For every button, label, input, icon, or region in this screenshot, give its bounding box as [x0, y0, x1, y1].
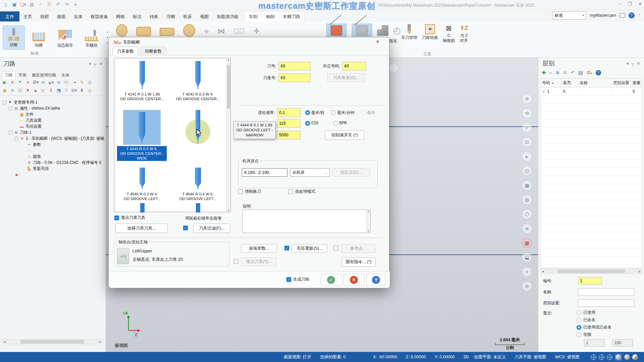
- collapse-icon[interactable]: −: [3, 101, 6, 104]
- tab-solids[interactable]: 实体: [70, 11, 87, 21]
- force-tool-change-checkbox[interactable]: 强制换刀: [238, 189, 261, 194]
- collapse-icon[interactable]: −: [9, 131, 12, 134]
- scroll-right-icon[interactable]: ►: [99, 340, 102, 344]
- lock-icon[interactable]: ◉: [1, 87, 8, 93]
- scroll-left-icon[interactable]: ◄: [541, 270, 544, 273]
- verify-icon[interactable]: ⬙▾: [48, 79, 54, 85]
- scroll-up-icon[interactable]: ▲: [227, 58, 230, 61]
- redo-icon[interactable]: ↷: [64, 1, 70, 7]
- level-number-field[interactable]: [578, 277, 602, 285]
- visible-check-icon[interactable]: ✓: [542, 89, 545, 94]
- align-to-z-button[interactable]: ⇞Z 与 Z 对齐: [460, 24, 468, 43]
- feed-unit-mm-per-min[interactable]: 毫米/分钟: [331, 110, 354, 116]
- panel-menu-icon[interactable]: ▾: [627, 61, 629, 66]
- scroll-down-icon[interactable]: ▼: [227, 209, 230, 212]
- lathe-tool-manager-button[interactable]: 车刀管理: [401, 24, 417, 40]
- close-window-button[interactable]: ✕: [638, 1, 642, 6]
- tool-item-t4343-selected[interactable]: T 4343 R 0.4 W 6.OD GROOVE CENTER - WIDE: [114, 109, 170, 166]
- tab-mesh[interactable]: 网格: [112, 11, 129, 21]
- toggle-toolpath-display-icon[interactable]: ≋: [9, 87, 16, 93]
- tool-number-field[interactable]: [278, 62, 311, 70]
- dialog-close-button[interactable]: ✕: [374, 39, 382, 45]
- stock-update-checkbox[interactable]: ✓: [284, 246, 289, 250]
- levels-table-header[interactable]: 号码▲ 高亮 名称 层别设置 图素: [541, 79, 642, 87]
- viewport-shade-icon[interactable]: ◍: [522, 195, 532, 205]
- gnomon-display-icon[interactable]: [591, 354, 596, 360]
- panel-tab-planes[interactable]: 平面: [16, 71, 29, 79]
- backplot-icon[interactable]: ≋: [40, 79, 47, 85]
- lathe-cycle-icon-1[interactable]: ⟡: [204, 27, 209, 36]
- lathe-cycle-icon-2[interactable]: ⋈: [218, 27, 225, 36]
- gnomon-wcs-icon[interactable]: [599, 354, 604, 360]
- viewport-rotate-icon[interactable]: ⟲: [522, 108, 532, 118]
- canned-face-icon[interactable]: [160, 28, 174, 36]
- stock-flip-2-button[interactable]: [352, 23, 372, 38]
- comment-vscrollbar[interactable]: ▲▼: [366, 210, 370, 233]
- viewport-pan-icon[interactable]: ✛: [522, 94, 532, 104]
- tab-view[interactable]: 视图: [196, 11, 213, 21]
- status-tplane[interactable]: 刀具平面: 俯视图: [515, 354, 546, 360]
- panel-tab-recent[interactable]: 最近使用功能: [30, 71, 58, 79]
- toolpaths-hscrollbar[interactable]: ◄ ►: [2, 339, 103, 344]
- dialog-help-button[interactable]: ?: [366, 274, 386, 286]
- scroll-left-icon[interactable]: ◄: [3, 340, 6, 344]
- tab-surfaces[interactable]: 曲面: [53, 11, 70, 21]
- move-up-icon[interactable]: ▲: [32, 87, 39, 93]
- mymastercam-link[interactable]: myMastercam: [590, 13, 616, 18]
- panel-tab-toolpaths[interactable]: 刀路: [2, 71, 15, 79]
- shading-half-icon[interactable]: [632, 354, 638, 360]
- panel-tab-solids[interactable]: 实体: [59, 71, 72, 79]
- viewport-fit-icon[interactable]: ⊡: [522, 137, 532, 147]
- tree-insert-arrow[interactable]: ▶: [15, 172, 115, 178]
- ok-button[interactable]: ✓: [321, 274, 341, 286]
- tab-home[interactable]: 主页: [19, 11, 36, 21]
- tool-item-t4141[interactable]: T 4141 R 0.1 W 1.85OD GROOVE CENTER...: [114, 58, 170, 109]
- cutoff-tool-button[interactable]: 切断: [3, 25, 25, 50]
- status-mode-3d[interactable]: 3D: [464, 355, 469, 359]
- minimize-button[interactable]: –: [619, 1, 621, 6]
- tool-filter-checkbox[interactable]: ✓: [183, 226, 188, 230]
- tree-item-operation[interactable]: −✕1 - 车削截断 - [WCS: 俯视图] - [刀具面: 俯视: [15, 135, 115, 141]
- tab-turning[interactable]: 车削: [245, 12, 262, 21]
- offset-number-field[interactable]: [342, 62, 366, 70]
- ref-point-checkbox[interactable]: [333, 246, 338, 250]
- close-panel-icon[interactable]: ✕: [637, 61, 640, 66]
- scroll-down-icon[interactable]: ▼: [367, 230, 370, 233]
- shading-active-wrap[interactable]: [615, 354, 622, 361]
- hourglass-icon[interactable]: ⧗: [78, 87, 85, 93]
- insert-arrow-move-icon[interactable]: ⊏: [40, 87, 47, 93]
- viewport-stock-icon[interactable]: ▩: [522, 238, 532, 248]
- generate-toolpath-checkbox[interactable]: ✓生成刀路: [286, 277, 309, 282]
- coolant-button[interactable]: 切削液开关 (*): [325, 130, 364, 140]
- viewport-wireframe-icon[interactable]: ⬡: [522, 209, 532, 219]
- gnomon-tplane-icon[interactable]: [607, 354, 612, 360]
- level-name-field[interactable]: [578, 288, 634, 296]
- dynamic-rough-button[interactable]: ↺ 动态粗车: [52, 25, 78, 50]
- undo-icon[interactable]: ↶: [55, 1, 61, 7]
- viewport-layers-icon[interactable]: ≋: [522, 224, 532, 234]
- level-set-field[interactable]: [578, 299, 634, 307]
- ghost-icon[interactable]: ☷: [17, 87, 23, 93]
- cancel-button[interactable]: ✕: [343, 274, 364, 286]
- display-option-named[interactable]: 已命名: [577, 317, 595, 323]
- tab-wood-toolpath[interactable]: 木雕刀路: [279, 12, 304, 21]
- viewport-axes-icon[interactable]: ⌖: [522, 267, 532, 277]
- spindle-speed-field[interactable]: [277, 119, 301, 128]
- collapse-icon[interactable]: −: [9, 107, 12, 110]
- axis-combo-value[interactable]: Left/Upper: [132, 249, 152, 253]
- lathe-cycle-icon-3[interactable]: ⊳⃒: [234, 27, 245, 36]
- tool-list-vscrollbar[interactable]: ▲ ▼: [226, 58, 230, 212]
- station-number-field[interactable]: [278, 73, 311, 82]
- viewport-planes-icon[interactable]: ⬓: [522, 252, 532, 262]
- viewport-zoom-icon[interactable]: ⌕: [522, 123, 532, 133]
- tool-filter-button[interactable]: 刀具过滤(F)...: [193, 224, 230, 233]
- machine-origin-value[interactable]: [242, 168, 287, 177]
- print-icon[interactable]: ▤: [29, 1, 35, 7]
- display-option-used[interactable]: 已使用: [577, 310, 595, 315]
- scroll-right-icon[interactable]: ►: [638, 270, 641, 273]
- tab-transform[interactable]: 转换: [146, 11, 162, 21]
- level-report-icon[interactable]: ▤: [578, 70, 583, 76]
- stock-update-button[interactable]: 毛坯更新(S)...: [292, 244, 327, 253]
- feedback-icon[interactable]: [620, 13, 625, 18]
- shading-outline-icon[interactable]: [624, 354, 630, 360]
